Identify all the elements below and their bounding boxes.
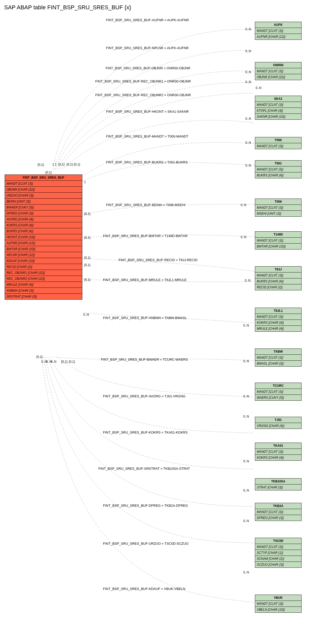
cardinality-right: 0..N [243, 395, 249, 398]
table-field: REC_OBJNR2 [CHAR (22)] [5, 276, 82, 282]
main-table-header: FINT_BSP_SRU_SRES_BUF [5, 175, 82, 181]
table-field: MANDT [CLNT (3)] [255, 143, 301, 149]
table-field: MANDT [CLNT (3)] [255, 205, 301, 211]
table-field: OBJNR [CHAR (22)] [255, 74, 301, 80]
ref-table-header: TCURC [255, 383, 301, 389]
cardinality-left: 1 [52, 163, 54, 166]
cardinality-left: {0,1} [84, 212, 91, 216]
ref-table-header: SKA1 [255, 96, 301, 102]
cardinality-left: {0,1} [84, 263, 91, 267]
cardinality-right: 0..N [243, 415, 249, 418]
relation-label: FINT_BSP_SRU_SRES_BUF-OBJNR = ONR00-OBJN… [106, 66, 190, 70]
main-table-box: FINT_BSP_SRU_SRES_BUF MANDT [CLNT (3)] O… [5, 175, 82, 300]
page-title: SAP ABAP table FINT_BSP_SRU_SRES_BUF {x} [4, 4, 131, 11]
table-field: MANDT [CLNT (3)] [255, 601, 301, 607]
table-field: KOKRS [CHAR (4)] [255, 320, 301, 326]
cardinality-right: 0..N [243, 519, 249, 523]
ref-table-box: T000 MANDT [CLNT (3)] [255, 137, 302, 149]
table-field: MANDT [CLNT (3)] [255, 102, 301, 108]
table-field: BWAER [CUKY (5)] [5, 204, 82, 210]
relation-label: FINT_BSP_SRU_SRES_BUF-HKONT = SKA1-SAKNR [106, 110, 189, 113]
cardinality-right: 0..N [243, 489, 249, 492]
cardinality-left: {0,1} [84, 236, 91, 239]
table-field: BWTAR [CHAR (10)] [255, 244, 301, 249]
table-field: RECID [CHAR (2)] [255, 284, 301, 290]
table-field: MANDT [CLNT (3)] [255, 389, 301, 395]
table-field: MANDT [CLNT (3)] [255, 238, 301, 244]
relation-label: FINT_BSP_SRU_SRES_BUF-SRSTRAT = TKB10SA-… [98, 467, 190, 471]
cardinality-left: {0,1} [84, 278, 91, 282]
table-field: REC_OBJNR1 [CHAR (22)] [5, 270, 82, 276]
table-field: AUFNR [CHAR (12)] [255, 34, 301, 40]
ref-table-header: T149D [255, 232, 301, 238]
cardinality-right: 0..N [245, 117, 251, 120]
table-field: MANDT [CLNT (3)] [5, 181, 82, 187]
relation-label: FINT_BSP_SRU_SRES_BUF-ANBWA = TABW-BWASL [103, 316, 187, 320]
table-field: URZUO [CHAR (3)] [5, 193, 82, 199]
ref-table-box: TKB2A MANDT [CLNT (3)] DFREG [CHAR (3)] [255, 503, 302, 521]
cardinality-left: 0..N [83, 313, 89, 316]
diagram-canvas: SAP ABAP table FINT_BSP_SRU_SRES_BUF {x} [0, 0, 323, 644]
ref-table-box: TSC0D MANDT [CLNT (3)] SCTYP [CHAR (1)] … [255, 538, 302, 568]
table-field: VBELN [CHAR (10)] [255, 607, 301, 612]
ref-table-header: TJ01 [255, 417, 301, 423]
table-field: WAERS [CUKY (5)] [255, 395, 301, 400]
ref-table-box: T006 MANDT [CLNT (3)] MSEHI [UNIT (3)] [255, 199, 302, 217]
ref-table-box: VBUK MANDT [CLNT (3)] VBELN [CHAR (10)] [255, 595, 302, 613]
relation-label: FINT_BSP_SRU_SRES_BUF-AUFNR = AUFK-AUFNR [106, 18, 189, 22]
relation-label: FINT_BSP_SRU_SRES_BUF-AVORG = TJ01-VRGNG [103, 394, 185, 398]
table-field: AVORG [CHAR (4)] [5, 216, 82, 222]
table-field: ANBWA [CHAR (3)] [5, 288, 82, 294]
table-field: BUKRS [CHAR (4)] [255, 278, 301, 284]
ref-table-box: T8JL1 MANDT [CLNT (3)] KOKRS [CHAR (4)] … [255, 308, 302, 332]
ref-table-header: T006 [255, 199, 301, 205]
table-field: MSEHI [UNIT (3)] [255, 211, 301, 216]
cardinality-right: 0..N [245, 80, 251, 84]
cardinality-left: 1 [84, 180, 86, 184]
table-field: MANDT [CLNT (3)] [255, 449, 301, 455]
cardinality-right: 0..N [241, 203, 246, 207]
cardinality-right: 0..N [243, 324, 249, 327]
cardinality-left: {0,1} [84, 256, 91, 260]
ref-table-header: VBUK [255, 595, 301, 601]
ref-table-box: TKA01 MANDT [CLNT (3)] KOKRS [CHAR (4)] [255, 443, 302, 461]
table-field: SAKNR [CHAR (10)] [255, 114, 301, 119]
table-field: KTOPL [CHAR (4)] [255, 108, 301, 114]
table-field: SCTYP [CHAR (1)] [255, 550, 301, 556]
cardinality-right: 0..N [245, 164, 251, 167]
table-field: MANDT [CLNT (3)] [255, 544, 301, 550]
relation-label: FINT_BSP_SRU_SRES_BUF-NPLNR = AUFK-AUFNR [106, 46, 189, 50]
ref-table-box: TKB10SA STRAT [CHAR (3)] [255, 478, 302, 490]
cardinality-right: 0..N [243, 459, 249, 463]
ref-table-header: T8JJ [255, 267, 301, 272]
ref-table-box: AUFK MANDT [CLNT (3)] AUFNR [CHAR (12)] [255, 22, 302, 40]
table-field: SRSTRAT [CHAR (3)] [5, 294, 82, 299]
table-field: DFREG [CHAR (3)] [5, 210, 82, 216]
ref-table-header: AUFK [255, 22, 301, 28]
ref-table-header: T001 [255, 161, 301, 166]
relation-label: FINT_BSP_SRU_SRES_BUF-URZUO = TSC0D-SCZU… [103, 542, 188, 545]
table-field: STRAT [CHAR (3)] [255, 484, 301, 490]
relation-label: FINT_BSP_SRU_SRES_BUF-REC_OBJNR1 = ONR00… [95, 79, 191, 83]
relation-label: FINT_BSP_SRU_SRES_BUF-MANDT = T000-MANDT [106, 134, 188, 138]
cardinality-left: {0,1} [36, 355, 43, 359]
table-field: SCZUO [CHAR (3)] [255, 562, 301, 567]
table-field: KOKRS [CHAR (4)] [255, 455, 301, 460]
ref-table-header: T000 [255, 137, 301, 143]
table-field: MANDT [CLNT (3)] [255, 272, 301, 278]
table-field: BWASL [CHAR (3)] [255, 361, 301, 366]
relation-label: FINT_BSP_SRU_SRES_BUF-KOKRS = TKA01-KOKR… [103, 430, 188, 434]
relation-label: FINT_BSP_SRU_SRES_BUF-DFREG = TKB2A-DFRE… [103, 504, 188, 507]
relation-label: FINT_BSP_SRU_SRES_BUF-REC_OBJNR2 = ONR00… [95, 93, 191, 97]
ref-table-header: TKB2A [255, 503, 301, 509]
cardinality-left: {0,1} [58, 163, 65, 166]
table-field: DFREG [CHAR (3)] [255, 515, 301, 521]
ref-table-header: ONR00 [255, 62, 301, 68]
ref-table-box: TCURC MANDT [CLNT (3)] WAERS [CUKY (5)] [255, 383, 302, 401]
table-field: BUKRS [CHAR (4)] [255, 172, 301, 178]
table-field: MRULE [CHAR (4)] [255, 326, 301, 331]
ref-table-box: TABW MANDT [CLNT (3)] BWASL [CHAR (3)] [255, 348, 302, 367]
cardinality-right: 0..N [245, 141, 251, 145]
cardinality-left: 1 [55, 163, 57, 166]
relation-label: FINT_BSP_SRU_SRES_BUF-BWAER = TCURC-WAER… [101, 358, 188, 361]
